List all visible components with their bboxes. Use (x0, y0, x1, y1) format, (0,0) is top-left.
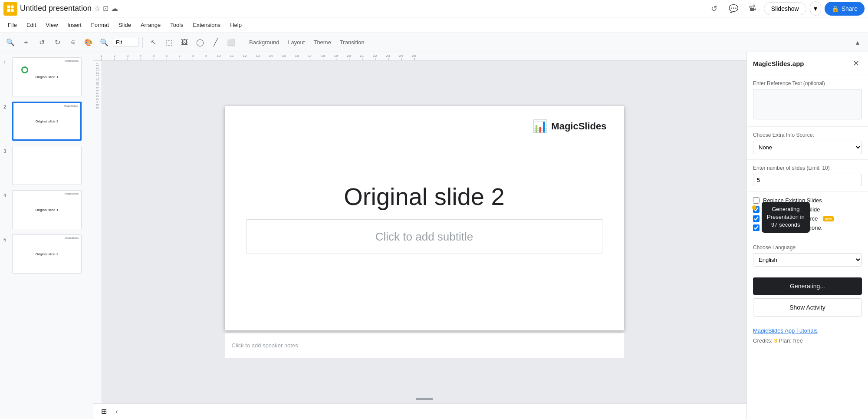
slide-subtitle-box[interactable]: Click to add subtitle (247, 219, 602, 254)
toolbar: 🔍 + ↺ ↻ 🖨 🎨 🔍 ↖ ⬚ 🖼 ◯ ╱ ⬜ Background Lay… (0, 33, 868, 52)
canvas-wrapper[interactable]: 📊 MagicSlides Original slide 2 Click to … (102, 61, 746, 403)
panel-title: MagicSlides.app (753, 60, 804, 67)
slideshow-dropdown-button[interactable]: ▾ (810, 1, 821, 16)
cursor-icon[interactable]: ↖ (146, 36, 160, 49)
paint-format-icon[interactable]: 🎨 (82, 36, 95, 49)
credits-row: Credits: 3 Plan: free (753, 337, 862, 344)
send-email-checkbox[interactable] (753, 224, 760, 231)
svg-rect-0 (7, 5, 10, 8)
theme-btn[interactable]: Theme (310, 36, 334, 49)
generating-button[interactable]: Generating... (753, 277, 862, 295)
panel-footer: MagicSlides App Tutorials Credits: 3 Pla… (747, 322, 868, 349)
speaker-notes[interactable]: Click to add speaker notes (225, 332, 624, 358)
slide-thumb-3[interactable] (12, 146, 82, 185)
language-select[interactable]: English Spanish French German Japanese C… (753, 253, 862, 267)
thumb-title-1: Original slide 1 (36, 75, 59, 79)
add-icon[interactable]: + (19, 36, 33, 49)
slide-subtitle-placeholder[interactable]: Click to add subtitle (375, 230, 473, 244)
reference-text-input[interactable] (753, 89, 862, 119)
content-source-checkbox[interactable] (753, 215, 760, 222)
svg-rect-1 (11, 5, 14, 8)
ruler-marks: 1 2 3 4 5 6 7 8 9 10 11 12 13 14 15 16 1 (95, 54, 421, 60)
background-btn[interactable]: Background (246, 36, 283, 49)
frame-icon[interactable]: ⬜ (224, 36, 238, 49)
present-options-icon[interactable]: 📽 (745, 1, 760, 16)
replace-existing-checkbox[interactable] (753, 197, 760, 204)
slide-item-2[interactable]: 2 MagicSlides Original slide 2 (0, 100, 93, 142)
image-icon[interactable]: 🖼 (178, 36, 191, 49)
zoom-input[interactable] (113, 38, 139, 47)
toolbar-divider-2 (242, 37, 242, 48)
num-slides-label: Enter number of slides (Limit: 10) (753, 165, 862, 171)
cloud-icon[interactable]: ☁ (111, 4, 118, 13)
extra-info-select[interactable]: None Wikipedia Custom URL (753, 141, 862, 154)
collapse-toolbar-icon[interactable]: ▴ (851, 36, 865, 49)
line-icon[interactable]: ╱ (209, 36, 223, 49)
select-icon[interactable]: ⬚ (162, 36, 176, 49)
language-section: Choose Language English Spanish French G… (747, 239, 868, 272)
comment-icon[interactable]: 💬 (726, 1, 741, 16)
collapse-panel-icon[interactable]: ‹ (111, 406, 123, 418)
slideshow-button[interactable]: Slideshow (764, 2, 806, 15)
app-icon (3, 2, 17, 16)
images-row: Images For Each Slide GeneratingPresenta… (753, 206, 862, 213)
slide-item-4[interactable]: 4 MagicSlides Original slide 1 (0, 188, 93, 231)
redo-icon[interactable]: ↻ (50, 36, 64, 49)
slide-thumb-4[interactable]: MagicSlides Original slide 1 (12, 190, 82, 229)
thumb-title-2: Original slide 2 (36, 119, 59, 123)
menu-help[interactable]: Help (226, 20, 246, 30)
speaker-notes-text[interactable]: Click to add speaker notes (232, 342, 298, 349)
generating-tooltip: GeneratingPresentation in97 seconds (762, 202, 810, 233)
slide-thumb-1[interactable]: MagicSlides Original slide 1 (12, 57, 82, 96)
panel-header: MagicSlides.app ✕ (747, 52, 868, 75)
doc-title-area: Untitled presentation ☆ ⊡ ☁ (20, 4, 704, 13)
menu-tools[interactable]: Tools (166, 20, 187, 30)
canvas-area: 1 2 3 4 5 6 7 8 9 10 11 12 13 14 15 16 1 (93, 52, 746, 419)
menu-format[interactable]: Format (87, 20, 113, 30)
thumb-logo-1: MagicSlides (65, 59, 79, 62)
menu-insert[interactable]: Insert (63, 20, 86, 30)
slide-canvas[interactable]: 📊 MagicSlides Original slide 2 Click to … (225, 106, 624, 330)
thumb-title-5: Original slide 2 (36, 252, 59, 256)
slide-thumb-5[interactable]: MagicSlides Original slide 2 (12, 234, 82, 274)
history-icon[interactable]: ↺ (707, 1, 722, 16)
star-icon[interactable]: ☆ (94, 4, 100, 13)
menu-file[interactable]: File (3, 20, 21, 30)
bottom-bar: ⊞ ‹ (93, 403, 746, 419)
search-toolbar-icon[interactable]: 🔍 (3, 36, 17, 49)
num-slides-input[interactable] (753, 174, 862, 186)
slide-item-5[interactable]: 5 MagicSlides Original slide 2 (0, 233, 93, 275)
zoom-icon[interactable]: 🔍 (97, 36, 111, 49)
doc-title[interactable]: Untitled presentation (20, 4, 92, 13)
slide-logo-text: MagicSlides (551, 121, 606, 132)
tutorials-link[interactable]: MagicSlides App Tutorials (753, 327, 862, 334)
slide-item-3[interactable]: 3 (0, 144, 93, 187)
menu-edit[interactable]: Edit (22, 20, 40, 30)
reference-text-section: Enter Reference Text (optional) (747, 75, 868, 127)
thumb-logo-2: MagicSlides (64, 105, 78, 107)
slide-thumb-2[interactable]: MagicSlides Original slide 2 (12, 102, 82, 141)
extra-info-section: Choose Extra Info Source: None Wikipedia… (747, 127, 868, 160)
panel-close-button[interactable]: ✕ (850, 57, 862, 69)
menu-extensions[interactable]: Extensions (189, 20, 225, 30)
right-panel: MagicSlides.app ✕ Enter Reference Text (… (746, 52, 868, 419)
ruler-horizontal: 1 2 3 4 5 6 7 8 9 10 11 12 13 14 15 16 1 (93, 52, 746, 61)
grid-view-icon[interactable]: ⊞ (97, 405, 111, 419)
credits-value: 3 (774, 337, 777, 344)
shapes-icon[interactable]: ◯ (193, 36, 207, 49)
slide-item-1[interactable]: 1 MagicSlides Original slide 1 (0, 56, 93, 98)
layout-btn[interactable]: Layout (284, 36, 308, 49)
magicslides-icon: 📊 (533, 119, 548, 133)
undo-icon[interactable]: ↺ (35, 36, 49, 49)
plan-label: Plan: free (779, 337, 803, 344)
menu-view[interactable]: View (41, 20, 62, 30)
print-icon[interactable]: 🖨 (66, 36, 80, 49)
folder-icon[interactable]: ⊡ (103, 4, 108, 13)
menu-arrange[interactable]: Arrange (136, 20, 165, 30)
slide-title[interactable]: Original slide 2 (344, 182, 504, 211)
show-activity-button[interactable]: Show Activity (753, 298, 862, 317)
share-button[interactable]: 🔒 Share (825, 2, 865, 16)
menu-slide[interactable]: Slide (114, 20, 135, 30)
slide-num-4: 4 (3, 193, 10, 198)
transition-btn[interactable]: Transition (336, 36, 368, 49)
